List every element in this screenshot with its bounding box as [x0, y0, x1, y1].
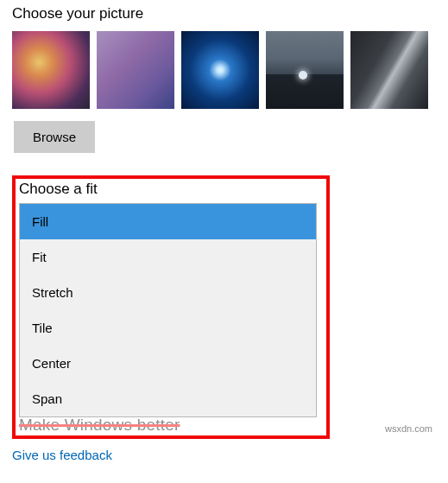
picture-thumb[interactable]	[266, 31, 344, 109]
fit-option-fill[interactable]: Fill	[20, 204, 316, 239]
browse-button[interactable]: Browse	[14, 121, 95, 153]
fit-option-center[interactable]: Center	[20, 346, 316, 381]
picture-thumb[interactable]	[181, 31, 259, 109]
picture-thumb[interactable]	[12, 31, 90, 109]
feedback-link[interactable]: Give us feedback	[12, 448, 112, 462]
fit-option-fit[interactable]: Fit	[20, 239, 316, 275]
fit-dropdown[interactable]: Fill Fit Stretch Tile Center Span	[19, 203, 317, 417]
choose-picture-title: Choose your picture	[12, 5, 436, 22]
fit-highlight-box: Choose a fit Fill Fit Stretch Tile Cente…	[12, 175, 330, 439]
choose-fit-title: Choose a fit	[19, 181, 323, 198]
watermark: wsxdn.com	[385, 423, 432, 434]
fit-option-stretch[interactable]: Stretch	[20, 275, 316, 310]
picture-thumb[interactable]	[97, 31, 174, 109]
picture-thumbnails	[12, 31, 436, 109]
fit-option-tile[interactable]: Tile	[20, 310, 316, 346]
fit-option-span[interactable]: Span	[20, 381, 316, 416]
obscured-heading: Make Windows better	[19, 416, 323, 435]
picture-thumb[interactable]	[350, 31, 428, 109]
